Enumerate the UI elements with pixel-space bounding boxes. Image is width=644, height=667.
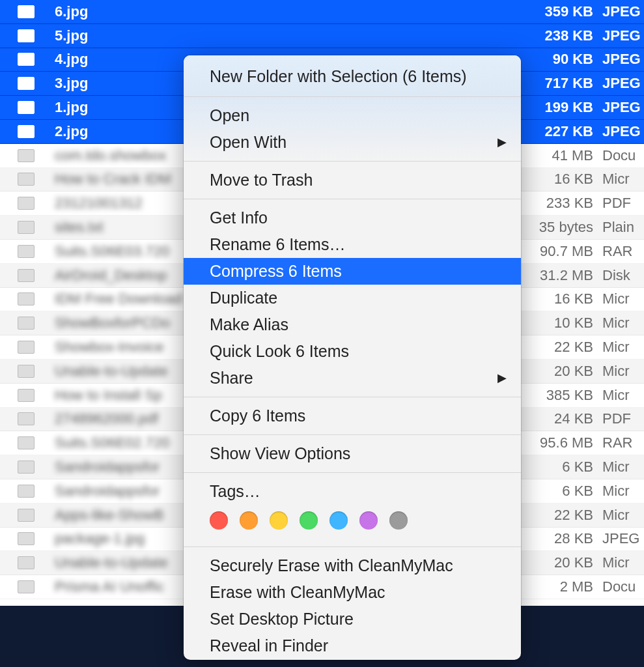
tag-color-dot[interactable] (389, 511, 408, 530)
file-size: 2 MB (520, 578, 598, 595)
menu-rename[interactable]: Rename 6 Items… (184, 231, 521, 258)
finder-row-selected[interactable]: 5.jpg238 KBJPEG (0, 24, 644, 48)
file-size: 199 KB (520, 99, 598, 116)
file-icon (0, 245, 52, 258)
file-size: 6 KB (520, 483, 598, 500)
file-kind: Docu (598, 578, 644, 595)
file-icon (0, 53, 52, 66)
file-size: 24 KB (520, 410, 598, 427)
file-icon (0, 77, 52, 90)
menu-set-desktop-picture[interactable]: Set Desktop Picture (184, 606, 521, 632)
file-icon (0, 197, 52, 210)
file-icon (0, 341, 52, 354)
menu-share[interactable]: Share ▶ (184, 365, 521, 391)
file-size: 22 KB (520, 507, 598, 524)
file-size: 717 KB (520, 75, 598, 92)
file-size: 238 KB (520, 27, 598, 44)
file-kind: JPEG (598, 530, 644, 547)
file-kind: Micr (598, 363, 644, 380)
tag-color-dot[interactable] (359, 511, 378, 530)
file-size: 28 KB (520, 530, 598, 547)
file-size: 41 MB (520, 147, 598, 164)
file-size: 35 bytes (520, 219, 598, 236)
file-icon (0, 532, 52, 545)
file-kind: JPEG (598, 99, 644, 116)
file-icon (0, 269, 52, 282)
file-size: 90.7 MB (520, 243, 598, 260)
chevron-right-icon: ▶ (497, 370, 507, 386)
file-kind: RAR (598, 243, 644, 260)
tag-color-dot[interactable] (270, 511, 288, 530)
file-size: 22 KB (520, 339, 598, 356)
chevron-right-icon: ▶ (497, 134, 507, 150)
tag-color-dot[interactable] (329, 511, 348, 530)
file-size: 10 KB (520, 315, 598, 332)
menu-tags-row (184, 505, 521, 541)
file-size: 95.6 MB (520, 434, 598, 451)
file-kind: PDF (598, 195, 644, 212)
menu-make-alias[interactable]: Make Alias (184, 311, 521, 338)
file-icon (0, 292, 52, 305)
file-size: 359 KB (520, 3, 598, 20)
menu-reveal-in-finder[interactable]: Reveal in Finder (184, 632, 521, 659)
file-icon (0, 149, 52, 162)
file-kind: Micr (598, 315, 644, 332)
file-kind: Micr (598, 554, 644, 571)
file-kind: Micr (598, 171, 644, 188)
file-kind: PDF (598, 410, 644, 427)
menu-compress[interactable]: Compress 6 Items (184, 258, 521, 285)
context-menu: New Folder with Selection (6 Items) Open… (184, 55, 521, 660)
file-size: 6 KB (520, 459, 598, 475)
menu-securely-erase[interactable]: Securely Erase with CleanMyMac (184, 552, 521, 579)
file-icon (0, 509, 52, 522)
file-kind: Micr (598, 459, 644, 475)
file-name: 5.jpg (52, 27, 520, 44)
file-kind: JPEG (598, 123, 644, 140)
file-icon (0, 389, 52, 402)
file-kind: JPEG (598, 27, 644, 44)
file-kind: JPEG (598, 51, 644, 68)
file-kind: JPEG (598, 75, 644, 92)
menu-erase[interactable]: Erase with CleanMyMac (184, 579, 521, 606)
menu-get-info[interactable]: Get Info (184, 205, 521, 231)
file-name: 6.jpg (52, 3, 520, 20)
file-icon (0, 317, 52, 330)
file-icon (0, 365, 52, 378)
file-icon (0, 221, 52, 234)
file-kind: Disk (598, 267, 644, 284)
file-size: 16 KB (520, 291, 598, 307)
menu-tags-label[interactable]: Tags… (184, 478, 521, 505)
file-size: 233 KB (520, 195, 598, 212)
file-icon (0, 461, 52, 474)
finder-row-selected[interactable]: 6.jpg359 KBJPEG (0, 0, 644, 24)
file-size: 227 KB (520, 123, 598, 140)
file-kind: RAR (598, 434, 644, 451)
file-kind: Micr (598, 339, 644, 356)
file-size: 20 KB (520, 363, 598, 380)
file-icon (0, 580, 52, 593)
menu-open-with[interactable]: Open With ▶ (184, 129, 521, 156)
tag-color-dot[interactable] (210, 511, 228, 530)
file-kind: Docu (598, 147, 644, 164)
menu-show-view-options[interactable]: Show View Options (184, 440, 521, 467)
file-kind: JPEG (598, 3, 644, 20)
tag-color-dot[interactable] (240, 511, 258, 530)
file-kind: Micr (598, 291, 644, 307)
tag-color-dot[interactable] (300, 511, 318, 530)
file-kind: Micr (598, 507, 644, 524)
file-kind: Micr (598, 387, 644, 404)
menu-copy[interactable]: Copy 6 Items (184, 403, 521, 429)
menu-quick-look[interactable]: Quick Look 6 Items (184, 338, 521, 365)
file-icon (0, 101, 52, 114)
file-icon (0, 412, 52, 425)
file-icon (0, 5, 52, 18)
file-size: 31.2 MB (520, 267, 598, 284)
menu-open[interactable]: Open (184, 102, 521, 129)
menu-duplicate[interactable]: Duplicate (184, 285, 521, 311)
menu-new-folder-selection[interactable]: New Folder with Selection (6 Items) (184, 55, 521, 96)
file-icon (0, 29, 52, 42)
menu-move-to-trash[interactable]: Move to Trash (184, 167, 521, 193)
file-size: 90 KB (520, 51, 598, 68)
file-icon (0, 436, 52, 449)
file-icon (0, 485, 52, 498)
